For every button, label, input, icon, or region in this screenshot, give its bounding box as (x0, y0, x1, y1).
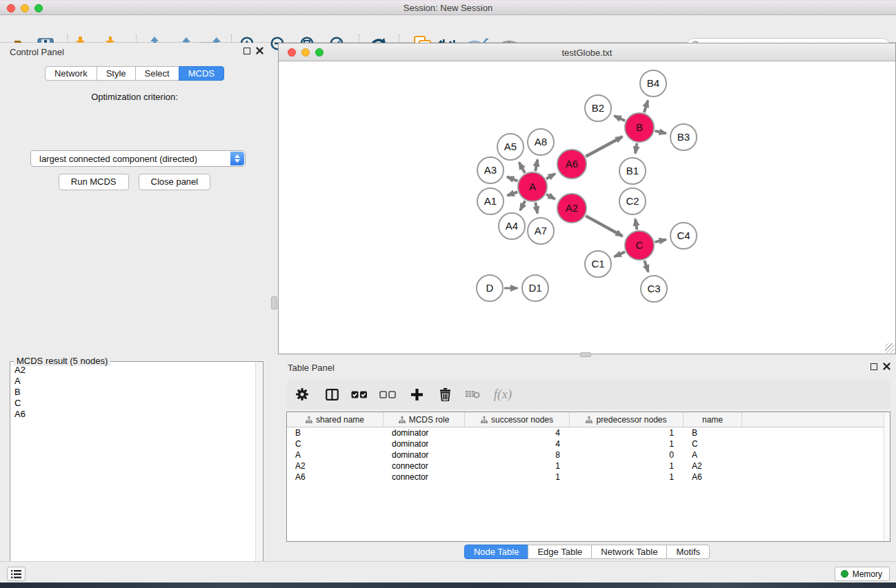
svg-text:A4: A4 (506, 220, 518, 232)
network-canvas[interactable]: AA1A2A3A4A5A6A7A8BB1B2B3B4CC1C2C3C4DD1 (279, 62, 895, 354)
column-header-name[interactable]: name (684, 412, 742, 427)
node-D1[interactable]: D1 (522, 275, 548, 301)
mcds-result-item[interactable]: B (10, 387, 255, 398)
node-A6[interactable]: A6 (557, 150, 586, 179)
tab-mcds[interactable]: MCDS (179, 66, 224, 81)
edge-A6-B[interactable] (586, 136, 622, 156)
tab-network[interactable]: Network (45, 66, 97, 81)
table-row[interactable]: A6connector11A6 (287, 472, 890, 483)
delete-column-icon[interactable] (431, 380, 459, 409)
svg-text:C4: C4 (677, 230, 690, 241)
mcds-result-item[interactable]: C (10, 398, 255, 409)
node-C4[interactable]: C4 (670, 223, 697, 249)
node-C1[interactable]: C1 (585, 251, 611, 277)
table-cell: A2 (684, 460, 742, 472)
svg-text:B2: B2 (592, 102, 604, 114)
table-cell: dominator (384, 449, 465, 460)
table-row[interactable]: Bdominator41B (287, 427, 890, 438)
network-view-window: testGlobe.txt AA1A2A3A4A5A6A7A8BB1B2B3B4… (278, 43, 896, 354)
edge-A-A8[interactable] (535, 160, 537, 172)
node-D[interactable]: D (477, 275, 503, 301)
edge-C-C3[interactable] (644, 261, 648, 272)
node-C2[interactable]: C2 (619, 188, 646, 214)
edge-B-B1[interactable] (635, 143, 637, 154)
table-scrollbar[interactable] (884, 412, 890, 541)
add-column-icon[interactable] (402, 380, 431, 409)
result-scrollbar[interactable] (255, 362, 263, 588)
table-settings-icon[interactable] (286, 380, 318, 409)
table-row[interactable]: Adominator80A (287, 449, 890, 460)
network-graph[interactable]: AA1A2A3A4A5A6A7A8BB1B2B3B4CC1C2C3C4DD1 (279, 62, 895, 354)
tab-node-table[interactable]: Node Table (464, 545, 529, 559)
float-table-panel-icon[interactable] (870, 363, 877, 370)
function-builder-icon[interactable]: f(x) (486, 380, 519, 409)
mcds-result-list[interactable]: A2ABCA6 (10, 365, 255, 588)
edge-B-B4[interactable] (644, 101, 648, 112)
node-C[interactable]: C (625, 231, 654, 260)
edge-C-C4[interactable] (655, 240, 666, 243)
edge-A-A5[interactable] (519, 163, 525, 173)
node-A8[interactable]: A8 (528, 129, 554, 155)
control-panel-titlebar: Control Panel (0, 43, 269, 61)
edge-C-C1[interactable] (615, 252, 625, 256)
table-row[interactable]: Cdominator41C (287, 438, 890, 449)
node-A5[interactable]: A5 (497, 134, 524, 160)
table-cell: C (684, 438, 742, 449)
node-A[interactable]: A (518, 172, 547, 201)
edge-A-A3[interactable] (507, 177, 517, 181)
node-A7[interactable]: A7 (528, 218, 554, 244)
column-header-MCDS-role[interactable]: MCDS role (384, 412, 465, 427)
node-B4[interactable]: B4 (640, 70, 666, 97)
main-toolbar (0, 16, 896, 43)
node-B3[interactable]: B3 (670, 124, 697, 150)
horizontal-split-handle[interactable] (580, 352, 591, 357)
mcds-result-item[interactable]: A2 (10, 365, 255, 376)
node-A2[interactable]: A2 (557, 194, 586, 223)
node-C3[interactable]: C3 (641, 276, 667, 302)
edge-A2-C[interactable] (586, 216, 622, 236)
node-B2[interactable]: B2 (585, 95, 611, 121)
close-table-panel-icon[interactable] (883, 363, 890, 370)
node-A3[interactable]: A3 (477, 157, 504, 183)
tab-edge-table[interactable]: Edge Table (528, 545, 592, 559)
delete-table-icon[interactable] (459, 380, 486, 409)
tab-style[interactable]: Style (97, 66, 136, 81)
node-B1[interactable]: B1 (619, 158, 646, 184)
edge-A-A7[interactable] (535, 203, 537, 214)
close-panel-icon[interactable] (256, 47, 263, 54)
tab-network-table[interactable]: Network Table (591, 545, 667, 559)
node-A1[interactable]: A1 (477, 188, 504, 214)
edge-C-C2[interactable] (635, 219, 637, 230)
mcds-result-item[interactable]: A6 (10, 409, 255, 420)
table-row[interactable]: A2connector11A2 (287, 460, 890, 472)
deselect-all-checkboxes-icon[interactable] (373, 380, 402, 409)
close-panel-button[interactable]: Close panel (139, 174, 211, 190)
select-all-checkboxes-icon[interactable] (346, 380, 373, 409)
tab-select[interactable]: Select (135, 66, 179, 81)
tab-motifs[interactable]: Motifs (666, 545, 710, 559)
memory-button[interactable]: Memory (835, 567, 890, 581)
criterion-dropdown[interactable]: largest connected component (directed) (30, 150, 246, 167)
edge-A-A4[interactable] (520, 201, 525, 210)
float-panel-icon[interactable] (243, 48, 250, 54)
run-mcds-button[interactable]: Run MCDS (59, 174, 129, 190)
mcds-result-item[interactable]: A (10, 376, 255, 387)
column-header-shared-name[interactable]: shared name (287, 412, 384, 427)
edge-A-A6[interactable] (546, 174, 555, 179)
edge-B-B3[interactable] (655, 131, 666, 134)
vertical-split-handle[interactable] (271, 296, 277, 310)
split-panel-icon[interactable] (318, 380, 346, 409)
table-cell: dominator (384, 438, 465, 449)
column-header-predecessor-nodes[interactable]: predecessor nodes (570, 412, 684, 427)
table-cell: A2 (287, 460, 384, 472)
node-B[interactable]: B (625, 113, 654, 142)
edge-A-A2[interactable] (546, 194, 555, 199)
resize-grip[interactable] (885, 343, 895, 353)
edge-B-B2[interactable] (615, 116, 626, 121)
node-A4[interactable]: A4 (499, 213, 525, 239)
edge-A-A1[interactable] (508, 192, 518, 195)
column-header-successor-nodes[interactable]: successor nodes (465, 412, 570, 427)
task-history-button[interactable] (7, 567, 26, 581)
criterion-dropdown-value: largest connected component (directed) (39, 154, 197, 164)
node-table[interactable]: shared nameMCDS rolesuccessor nodesprede… (286, 412, 890, 542)
